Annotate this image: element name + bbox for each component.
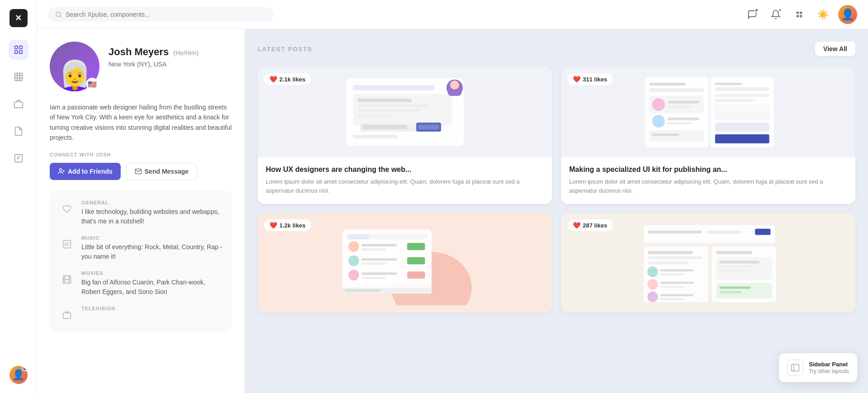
post-excerpt-2: Lorem ipsum dolor sit amet consectetur a…: [569, 177, 847, 195]
svg-rect-104: [660, 285, 684, 288]
svg-rect-44: [362, 125, 407, 129]
chat-notification-dot: [755, 8, 759, 12]
svg-rect-3: [19, 51, 22, 53]
info-item-general: GENERAL I like technology, building webs…: [59, 200, 223, 226]
svg-rect-113: [719, 270, 746, 272]
post-image-3: ❤️ 1.2k likes: [258, 213, 552, 313]
general-icon: [59, 201, 75, 217]
send-message-button[interactable]: Send Message: [126, 163, 197, 180]
post-image-1: ❤️ 2.1k likes: [258, 67, 552, 157]
bell-icon-button[interactable]: [768, 6, 784, 23]
post-body-2: Making a specialized UI kit for publishi…: [561, 157, 855, 204]
user-avatar-small[interactable]: 👤: [9, 366, 28, 384]
svg-rect-56: [668, 101, 699, 104]
svg-rect-59: [668, 118, 699, 120]
svg-rect-75: [372, 234, 394, 239]
svg-point-85: [349, 270, 359, 280]
svg-rect-66: [715, 94, 769, 97]
info-section: GENERAL I like technology, building webs…: [50, 191, 232, 332]
post-image-4: ❤️ 287 likes: [561, 213, 855, 313]
profile-avatar-wrap: 👩‍🦳 🇺🇸: [50, 42, 99, 91]
heart-icon-3: ❤️: [269, 222, 277, 229]
svg-rect-36: [353, 85, 434, 90]
svg-rect-0: [14, 46, 17, 49]
svg-rect-64: [715, 83, 742, 85]
svg-point-102: [647, 279, 658, 289]
sidebar-item-grid[interactable]: [9, 67, 28, 87]
svg-rect-42: [358, 114, 394, 117]
search-icon: [55, 11, 62, 18]
svg-point-16: [800, 12, 802, 14]
movies-label: MOVIES: [81, 270, 223, 276]
svg-point-55: [652, 98, 665, 111]
svg-point-58: [652, 115, 665, 128]
sidebar-item-dashboard[interactable]: [9, 40, 28, 60]
post-card-1[interactable]: ❤️ 2.1k likes How UX designers are chang…: [258, 67, 552, 204]
svg-rect-1: [19, 46, 22, 49]
svg-rect-70: [715, 134, 769, 143]
info-item-movies: MOVIES Big fan of Alfonso Cuarón, Park C…: [59, 270, 223, 297]
music-label: MUSIC: [81, 235, 223, 241]
search-input[interactable]: [66, 11, 267, 18]
svg-rect-82: [361, 258, 397, 260]
post-title-2: Making a specialized UI kit for publishi…: [569, 166, 847, 174]
theme-toggle-button[interactable]: ☀️: [815, 6, 831, 23]
sidebar-item-document[interactable]: [9, 121, 28, 141]
svg-rect-9: [14, 102, 22, 108]
svg-rect-79: [361, 248, 386, 251]
heart-icon-2: ❤️: [573, 76, 580, 83]
svg-rect-65: [715, 87, 769, 91]
svg-rect-109: [716, 251, 752, 254]
profile-location: New York (NY), USA: [108, 61, 198, 68]
post-card-3[interactable]: ❤️ 1.2k likes: [258, 213, 552, 313]
svg-rect-60: [668, 122, 693, 124]
post-card-4[interactable]: ❤️ 287 likes: [561, 213, 855, 313]
svg-rect-87: [361, 277, 386, 279]
svg-rect-68: [715, 105, 769, 119]
svg-rect-40: [358, 104, 430, 107]
add-friend-icon: [58, 168, 65, 175]
svg-point-17: [797, 15, 799, 17]
info-item-television: TELEVISION: [59, 306, 223, 323]
sidebar-panel-hint[interactable]: Sidebar Panel Try other layouts: [779, 353, 857, 382]
sidebar-item-sticky[interactable]: [9, 148, 28, 168]
svg-rect-67: [715, 99, 756, 102]
likes-badge-3: ❤️ 1.2k likes: [264, 219, 311, 231]
header-right: ☀️ 👤: [744, 5, 857, 24]
svg-rect-88: [407, 271, 425, 279]
svg-point-18: [800, 15, 802, 17]
likes-badge-1: ❤️ 2.1k likes: [264, 73, 311, 85]
svg-point-15: [797, 12, 799, 14]
view-all-button[interactable]: View All: [815, 42, 855, 56]
post-card-2[interactable]: ❤️ 311 likes Making a specialized UI kit…: [561, 67, 855, 204]
svg-rect-62: [652, 133, 679, 136]
svg-rect-100: [660, 269, 693, 271]
posts-header: LATEST POSTS View All: [258, 42, 855, 56]
chat-icon-button[interactable]: [744, 6, 760, 23]
sidebar-panel-subtitle: Try other layouts: [809, 368, 849, 374]
svg-rect-84: [407, 257, 425, 264]
search-bar[interactable]: [48, 7, 274, 22]
svg-rect-78: [361, 244, 397, 246]
sidebar-item-briefcase[interactable]: [9, 94, 28, 114]
grid-icon-button[interactable]: [791, 6, 807, 23]
main-content: ☀️ 👤 👩‍🦳 🇺🇸 Josh Meyers (He: [37, 0, 868, 393]
svg-rect-117: [792, 365, 799, 371]
add-to-friends-button[interactable]: Add to Friends: [50, 163, 121, 180]
connect-buttons: Add to Friends Send Message: [50, 163, 232, 180]
user-avatar-header[interactable]: 👤: [838, 5, 857, 24]
svg-rect-111: [719, 260, 760, 263]
svg-point-19: [59, 169, 61, 171]
svg-rect-34: [63, 313, 71, 318]
info-item-music: MUSIC Little bit of everything: Rock, Me…: [59, 235, 223, 261]
svg-rect-74: [347, 234, 369, 239]
svg-point-99: [647, 266, 658, 277]
avatar-notification-dot: [22, 366, 28, 371]
svg-rect-93: [706, 230, 742, 233]
svg-point-13: [56, 12, 61, 16]
profile-flag: 🇺🇸: [86, 78, 99, 90]
svg-rect-94: [755, 228, 770, 235]
app-logo[interactable]: ✕: [9, 9, 28, 27]
svg-rect-83: [361, 262, 386, 265]
svg-rect-46: [419, 125, 439, 129]
